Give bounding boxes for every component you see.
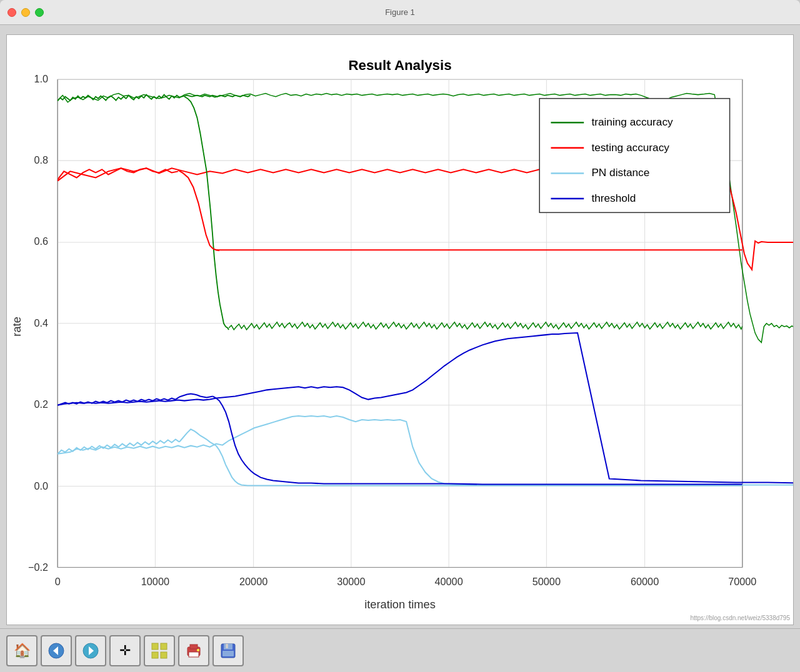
y-tick-0.8: 0.8: [34, 154, 48, 166]
x-tick-0: 0: [55, 576, 61, 587]
watermark-text: https://blog.csdn.net/weiz/5338d795: [690, 615, 790, 621]
y-tick-1.0: 1.0: [34, 73, 48, 84]
svg-rect-15: [161, 643, 167, 650]
toolbar: 🏠 ✛: [0, 628, 800, 672]
print-icon: [185, 642, 202, 660]
pan-button[interactable]: ✛: [109, 635, 141, 666]
traffic-lights: [8, 8, 44, 17]
y-tick-0.4: 0.4: [34, 317, 48, 329]
legend-label-threshold: threshold: [591, 192, 636, 204]
legend-label-training: training accuracy: [591, 116, 673, 128]
chart-area: Result Analysis: [0, 25, 800, 628]
x-tick-10000: 10000: [141, 576, 169, 587]
save-button[interactable]: [212, 635, 244, 666]
x-tick-70000: 70000: [728, 576, 756, 587]
x-tick-60000: 60000: [631, 576, 659, 587]
maximize-button[interactable]: [35, 8, 44, 17]
svg-rect-14: [152, 643, 158, 650]
svg-rect-16: [152, 652, 158, 658]
svg-rect-20: [189, 652, 199, 657]
x-tick-50000: 50000: [532, 576, 561, 587]
y-tick-0.2: 0.2: [34, 398, 48, 410]
save-icon: [219, 642, 237, 660]
x-tick-40000: 40000: [435, 576, 463, 587]
svg-point-21: [197, 649, 199, 651]
y-tick-0.0: 0.0: [34, 480, 48, 492]
titlebar: Figure 1: [0, 0, 800, 25]
legend-label-pn: PN distance: [591, 166, 649, 179]
minimize-button[interactable]: [21, 8, 30, 17]
home-button[interactable]: 🏠: [6, 635, 38, 666]
svg-rect-17: [161, 652, 167, 658]
y-tick-0.6: 0.6: [34, 235, 48, 247]
close-button[interactable]: [8, 8, 16, 17]
app-window: Figure 1 Result Analysis: [0, 0, 800, 672]
print-button[interactable]: [178, 635, 209, 666]
y-tick--0.2: −0.2: [28, 561, 48, 573]
x-axis-label: iteration times: [364, 598, 436, 611]
legend-label-testing: testing accuracy: [591, 141, 669, 154]
svg-rect-24: [226, 644, 228, 648]
forward-button[interactable]: [75, 635, 106, 666]
forward-icon: [82, 642, 99, 660]
configure-button[interactable]: [144, 635, 175, 666]
back-icon: [48, 642, 65, 660]
y-axis-label: rate: [10, 317, 23, 336]
svg-rect-25: [222, 651, 234, 656]
chart-title: Result Analysis: [348, 57, 451, 73]
x-tick-30000: 30000: [337, 576, 365, 587]
window-title: Figure 1: [385, 7, 415, 17]
back-button[interactable]: [41, 635, 72, 666]
svg-rect-19: [190, 645, 198, 649]
chart-svg: Result Analysis: [7, 35, 793, 625]
configure-icon: [151, 642, 168, 660]
chart-container: Result Analysis: [6, 34, 794, 625]
x-tick-20000: 20000: [239, 576, 268, 587]
